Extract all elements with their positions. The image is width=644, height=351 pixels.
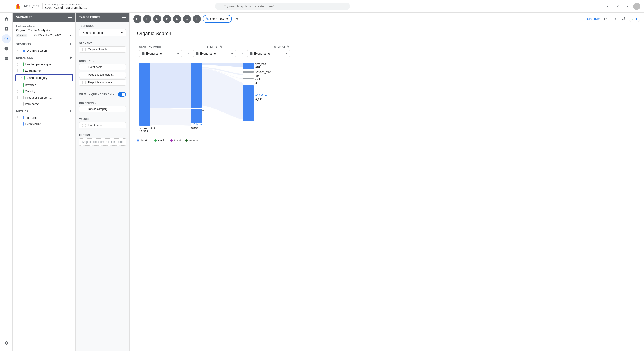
node-type-title: NODE TYPE: [79, 60, 126, 62]
nav-settings[interactable]: [2, 338, 11, 347]
metrics-title-row: METRICS +: [12, 107, 76, 114]
legend-item-smart-tv: smart tv: [185, 139, 198, 142]
col3a-name: first_visit: [255, 62, 266, 66]
col3d-more-label: +10 More: [255, 94, 267, 97]
tab-settings-collapse-icon[interactable]: —: [122, 15, 126, 19]
legend-label-tablet: tablet: [174, 139, 180, 142]
col3c-count: 4: [255, 81, 257, 85]
col3-dropdown[interactable]: Event name ▼: [247, 50, 290, 57]
tab-avatar-c2[interactable]: C: [183, 15, 191, 23]
metric-item-total-users[interactable]: ⋮⋮ Total users: [12, 114, 76, 121]
dimension-item-browser[interactable]: ⋮⋮ Browser: [12, 82, 76, 88]
topbar-divider: [42, 3, 42, 10]
more-button[interactable]: ⋮: [623, 2, 632, 10]
dimensions-label: DIMENSIONS: [16, 57, 33, 59]
back-button[interactable]: ←: [4, 2, 12, 10]
check-button[interactable]: ✓ ▼: [629, 16, 640, 22]
col3b-bar: [243, 71, 254, 73]
add-tab-button[interactable]: +: [234, 15, 241, 23]
segment-dot: [23, 50, 25, 52]
tab-settings-title: Tab Settings: [79, 16, 100, 19]
share-button[interactable]: [620, 15, 627, 23]
tab-avatar-e[interactable]: E: [193, 15, 201, 23]
drag-handle-icon: ⋮⋮: [81, 73, 87, 76]
dimensions-title-row: DIMENSIONS +: [12, 54, 76, 61]
account-sub: GA4 - Google Merchandise Store: [45, 3, 87, 6]
undo-button[interactable]: ↩: [602, 15, 609, 23]
drag-handle-icon: ⋮⋮: [16, 69, 22, 72]
avatar[interactable]: [633, 3, 640, 10]
legend-dot-smart-tv: [185, 139, 188, 142]
step1-edit-icon[interactable]: ✎: [219, 45, 222, 49]
dimension-item-country[interactable]: ⋮⋮ Country: [12, 88, 76, 94]
dimension-item-first-user-source[interactable]: ⋮⋮ First user source / ...: [12, 94, 76, 101]
dimension-color-bar: [24, 76, 25, 80]
breakdown-chip[interactable]: ⋮⋮ Device category: [79, 106, 126, 112]
viz-title: Organic Search: [137, 31, 637, 40]
add-metric-button[interactable]: +: [69, 109, 72, 114]
dimension-label: Item name: [25, 102, 39, 106]
node-item-page-title-1[interactable]: ⋮⋮ Page title and scree...: [79, 72, 126, 78]
tab-avatar-l[interactable]: L: [143, 15, 151, 23]
node-item-event-name[interactable]: ⋮⋮ Event name: [79, 64, 126, 70]
dimension-item-landing[interactable]: ⋮⋮ Landing page + que...: [12, 61, 76, 67]
dimension-item-event-name[interactable]: ⋮⋮ Event name: [12, 67, 76, 74]
nav-item-advertising[interactable]: [2, 44, 11, 53]
search-area: 🔍: [215, 3, 350, 10]
metric-item-event-count[interactable]: ⋮⋮ Event count: [12, 121, 76, 127]
nav-item-explore[interactable]: [2, 34, 11, 43]
technique-dropdown[interactable]: Path exploration ▼: [79, 29, 126, 37]
nav-item-configure[interactable]: [2, 54, 11, 63]
values-chip[interactable]: ⋮⋮ Event count: [79, 122, 126, 128]
col3d-bar: [243, 85, 254, 121]
analytics-logo-icon: [14, 3, 22, 10]
active-tab-button[interactable]: ✎ User Flow ▼: [203, 15, 232, 23]
start-over-button[interactable]: Start over: [587, 17, 600, 21]
more-icon: ⋮: [625, 4, 629, 9]
col2-dropdown[interactable]: Event name ▼: [193, 50, 236, 57]
variables-collapse-icon[interactable]: —: [68, 15, 72, 19]
col3b-count: 35: [255, 74, 258, 77]
nav-item-home[interactable]: [2, 15, 11, 24]
flow-diagram: STARTING POINT STEP +1 ✎ STEP +2 ✎: [137, 45, 637, 142]
values-title: VALUES: [79, 118, 126, 120]
tab-avatar-d[interactable]: D: [153, 15, 161, 23]
view-unique-toggle[interactable]: [118, 92, 126, 97]
step1-label: STEP +1 ✎: [207, 45, 252, 49]
app-name: Analytics: [24, 4, 40, 9]
legend-label-mobile: mobile: [158, 139, 166, 142]
search-input[interactable]: [215, 3, 350, 10]
segment-chip-label: Organic Search: [88, 48, 107, 51]
filter-placeholder[interactable]: Drop or select dimension or metric: [79, 138, 126, 146]
sankey-diagram: session_start 19,298 page_view 10,376 +1…: [137, 60, 330, 133]
variables-title: Variables: [16, 16, 33, 19]
dimension-item-device-category[interactable]: ⋮⋮ Device category: [15, 74, 73, 81]
date-dropdown-icon[interactable]: ▼: [69, 34, 72, 37]
segment-item-organic[interactable]: ⋮⋮ Organic Search: [12, 48, 76, 54]
step2-edit-icon[interactable]: ✎: [287, 45, 290, 49]
tab-avatar-o[interactable]: O: [133, 15, 142, 23]
redo-button[interactable]: ↪: [611, 15, 618, 23]
date-range: Oct 22 - Nov 20, 2022: [34, 34, 61, 37]
node-item-page-title-2[interactable]: ⋮⋮ Page title and scree...: [79, 79, 126, 86]
col1-dropdown[interactable]: Event name ▼: [139, 50, 182, 57]
add-segment-button[interactable]: +: [69, 42, 72, 47]
drag-handle-icon: ⋮⋮: [16, 49, 22, 52]
dimension-label: First user source / ...: [25, 96, 52, 99]
segments-title-row: SEGMENTS +: [12, 40, 76, 48]
add-dimension-button[interactable]: +: [69, 56, 72, 60]
col2b-more-label: +11 More: [191, 123, 202, 126]
grid-button[interactable]: ⋯: [604, 2, 612, 10]
help-button[interactable]: ?: [614, 2, 622, 10]
connector-more: [150, 108, 191, 126]
tab-avatar-b[interactable]: B: [163, 15, 171, 23]
step-dropdowns-row: Event name ▼ → Event name ▼ → Event name…: [137, 50, 637, 57]
drag-handle-icon: ⋮⋮: [16, 122, 22, 126]
segment-chip-organic[interactable]: ⋮⋮ Organic Search: [79, 47, 126, 53]
nav-item-reports[interactable]: [2, 24, 11, 33]
back-icon: ←: [6, 4, 10, 9]
main-content: O L D B C C E ✎ User Flow ▼ + Start over…: [130, 13, 644, 351]
segment-title: SEGMENT: [79, 42, 126, 45]
tab-avatar-c1[interactable]: C: [173, 15, 181, 23]
dimension-item-item-name[interactable]: ⋮⋮ Item name: [12, 101, 76, 107]
